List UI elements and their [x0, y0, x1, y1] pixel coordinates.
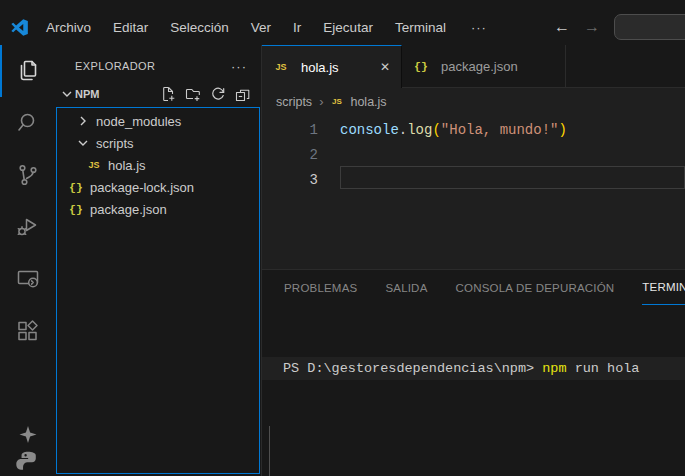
panel-tab-terminal[interactable]: TERMINAL [642, 270, 685, 305]
refresh-icon[interactable] [210, 86, 226, 102]
terminal-view[interactable]: PS D:\gestoresdependencias\npm> npm run … [262, 305, 685, 476]
code-line-2: 2 [262, 143, 685, 168]
titlebar: Archivo Editar Selección Ver Ir Ejecutar… [0, 0, 685, 45]
panel-tab-salida[interactable]: SALIDA [385, 270, 427, 305]
menu-more-icon[interactable]: ··· [457, 20, 501, 35]
tabbar-empty-space [566, 45, 685, 88]
menu-editar[interactable]: Editar [102, 20, 159, 35]
vscode-logo-icon [11, 19, 28, 36]
menu-ver[interactable]: Ver [240, 20, 282, 35]
run-and-debug-icon[interactable] [0, 201, 55, 253]
back-arrow-icon[interactable]: ← [554, 18, 570, 36]
tree-item-hola-js[interactable]: JS hola.js [56, 154, 260, 176]
forward-arrow-icon[interactable]: → [584, 18, 600, 36]
json-file-icon: {} [413, 58, 429, 74]
tree-item-label: package-lock.json [90, 180, 194, 195]
vscode-window: Archivo Editar Selección Ver Ir Ejecutar… [0, 0, 685, 476]
tree-item-scripts[interactable]: scripts [56, 132, 260, 154]
python-icon[interactable] [0, 450, 55, 476]
remote-explorer-icon[interactable] [0, 253, 55, 305]
tree-item-node-modules[interactable]: node_modules [56, 110, 260, 132]
copilot-sparkle-icon[interactable] [0, 420, 55, 450]
collapse-all-icon[interactable] [235, 86, 251, 102]
bottom-panel: PROBLEMAS SALIDA CONSOLA DE DEPURACIÓN T… [262, 269, 685, 476]
command-center-searchbox[interactable] [614, 14, 685, 40]
line-number: 1 [262, 118, 318, 143]
js-file-icon: JS [86, 157, 102, 173]
token-console: console [340, 122, 399, 138]
breadcrumb: scripts › JS hola.js [262, 88, 685, 115]
tab-label: hola.js [301, 60, 339, 75]
panel-tab-problemas[interactable]: PROBLEMAS [284, 270, 357, 305]
tree-item-label: scripts [96, 136, 134, 151]
json-file-icon: {} [68, 179, 84, 195]
chevron-right-icon [75, 113, 91, 129]
code-line-1: 1 console.log("Hola, mundo!") [262, 118, 685, 143]
activity-bar [0, 45, 55, 476]
tree-item-label: hola.js [108, 158, 146, 173]
extensions-icon[interactable] [0, 305, 55, 357]
panel-tabbar: PROBLEMAS SALIDA CONSOLA DE DEPURACIÓN T… [262, 270, 685, 305]
panel-tab-consola-depuracion[interactable]: CONSOLA DE DEPURACIÓN [456, 270, 615, 305]
breadcrumb-file[interactable]: hola.js [350, 95, 386, 109]
token-open-paren: ( [432, 122, 440, 138]
menu-terminal[interactable]: Terminal [384, 20, 457, 35]
line-number: 2 [262, 143, 318, 168]
js-file-icon: JS [273, 59, 289, 75]
new-file-icon[interactable] [160, 86, 176, 102]
sidebar-title: EXPLORADOR [75, 60, 155, 72]
editor-group: JS hola.js ✕ {} package.json scripts › J… [262, 45, 685, 476]
menu-seleccion[interactable]: Selección [159, 20, 240, 35]
tab-package-json[interactable]: {} package.json [402, 45, 566, 88]
menu-ejecutar[interactable]: Ejecutar [312, 20, 384, 35]
tab-hola-js[interactable]: JS hola.js ✕ [262, 45, 402, 88]
sidebar-more-actions-icon[interactable]: ··· [227, 59, 251, 74]
js-file-icon: JS [330, 95, 343, 108]
terminal-output-block: > matematica@1.0.0 hola > node scripts/h… [269, 426, 685, 476]
token-log: log [407, 122, 432, 138]
tree-item-label: package.json [90, 202, 167, 217]
section-label: NPM [75, 88, 99, 100]
chevron-down-icon [75, 135, 91, 151]
current-line-highlight [340, 166, 685, 189]
history-nav: ← → [528, 18, 600, 36]
explorer-icon[interactable] [0, 45, 55, 97]
close-icon[interactable]: ✕ [380, 60, 390, 74]
menu-archivo[interactable]: Archivo [35, 20, 102, 35]
section-actions [160, 86, 251, 102]
terminal-command: npm [542, 361, 566, 376]
code-text: console.log("Hola, mundo!") [340, 118, 567, 143]
json-file-icon: {} [68, 201, 84, 217]
token-close-paren: ) [558, 122, 566, 138]
breadcrumb-separator: › [319, 94, 323, 109]
tab-label: package.json [441, 59, 518, 74]
sidebar-header: EXPLORADOR ··· [55, 45, 261, 81]
tree-item-label: node_modules [96, 114, 181, 129]
line-number-current: 3 [262, 168, 318, 193]
terminal-command-line: PS D:\gestoresdependencias\npm> npm run … [262, 357, 685, 380]
token-string: "Hola, mundo!" [441, 122, 559, 138]
terminal-prompt: PS D:\gestoresdependencias\npm> [283, 361, 542, 376]
search-icon[interactable] [0, 97, 55, 149]
breadcrumb-folder[interactable]: scripts [276, 95, 312, 109]
editor-tabbar: JS hola.js ✕ {} package.json [262, 45, 685, 88]
explorer-file-tree: node_modules scripts JS hola.js {} packa… [56, 107, 260, 474]
terminal-command-args: run hola [567, 361, 640, 376]
sidebar-explorer: EXPLORADOR ··· NPM [55, 45, 262, 476]
menu-ir[interactable]: Ir [282, 20, 312, 35]
tree-item-package-lock-json[interactable]: {} package-lock.json [56, 176, 260, 198]
token-dot: . [399, 122, 407, 138]
chevron-down-icon [59, 86, 75, 102]
tree-item-package-json[interactable]: {} package.json [56, 198, 260, 220]
sidebar-section-npm[interactable]: NPM [55, 81, 261, 107]
code-editor[interactable]: 1 console.log("Hola, mundo!") 2 3 [262, 115, 685, 269]
activitybar-spacer [0, 357, 55, 420]
source-control-icon[interactable] [0, 149, 55, 201]
new-folder-icon[interactable] [185, 86, 201, 102]
terminal-blank-line [283, 472, 685, 476]
